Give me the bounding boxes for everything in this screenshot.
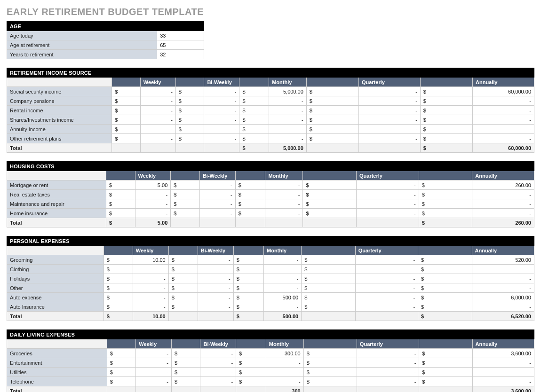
cell-value[interactable]: - — [269, 125, 307, 134]
cell-value[interactable]: 260.00 — [472, 180, 534, 190]
cell-value[interactable]: - — [136, 358, 172, 368]
cell-value[interactable]: 5.00 — [135, 180, 171, 190]
cell-value[interactable]: - — [355, 293, 418, 302]
cell-value[interactable]: - — [473, 96, 534, 106]
cell-value[interactable]: 3,600.00 — [472, 349, 534, 358]
cell-value[interactable]: - — [473, 106, 534, 115]
cell-value[interactable]: - — [358, 87, 420, 96]
cell-value[interactable]: - — [269, 134, 307, 143]
cell-value[interactable]: - — [473, 134, 534, 143]
cell-value[interactable]: - — [265, 180, 303, 190]
cell-value[interactable]: - — [472, 283, 534, 293]
cell-value[interactable]: - — [355, 302, 418, 312]
age-row-value[interactable]: 33 — [157, 31, 204, 40]
cell-value[interactable]: - — [472, 358, 534, 368]
cell-value[interactable]: - — [472, 190, 534, 199]
cell-value[interactable]: - — [133, 283, 168, 293]
cell-value[interactable]: - — [266, 368, 303, 377]
cell-value[interactable]: - — [355, 255, 418, 265]
cell-value[interactable]: - — [355, 265, 418, 274]
cell-value[interactable]: - — [358, 134, 420, 143]
cell-value[interactable]: - — [266, 377, 303, 386]
cell-value[interactable]: - — [355, 283, 418, 293]
cell-value[interactable]: - — [140, 125, 175, 134]
cell-value[interactable]: - — [198, 302, 233, 312]
cell-value[interactable]: - — [204, 125, 239, 134]
cell-value[interactable]: - — [265, 190, 303, 199]
cell-value[interactable]: 10.00 — [133, 255, 168, 265]
cell-value[interactable]: - — [264, 283, 302, 293]
cell-value[interactable]: - — [264, 265, 302, 274]
cell-value[interactable]: 5,000.00 — [269, 87, 307, 96]
cell-value[interactable]: - — [358, 106, 420, 115]
cell-value[interactable]: - — [199, 199, 235, 209]
cell-value[interactable]: - — [140, 106, 175, 115]
cell-value[interactable]: - — [136, 368, 172, 377]
cell-value[interactable]: 6,000.00 — [472, 293, 534, 302]
cell-value[interactable]: - — [472, 199, 534, 209]
cell-value[interactable]: - — [357, 180, 419, 190]
cell-value[interactable]: 520.00 — [472, 255, 534, 265]
age-row-value[interactable]: 65 — [157, 40, 204, 50]
cell-value[interactable]: - — [198, 274, 233, 283]
cell-value[interactable]: - — [472, 265, 534, 274]
cell-value[interactable]: - — [200, 377, 236, 386]
cell-value[interactable]: - — [472, 368, 534, 377]
cell-value[interactable]: - — [136, 349, 172, 358]
cell-value[interactable]: - — [204, 106, 239, 115]
cell-value[interactable]: - — [204, 96, 239, 106]
cell-value[interactable]: - — [357, 368, 419, 377]
cell-value[interactable]: - — [140, 96, 175, 106]
cell-value[interactable]: - — [136, 377, 172, 386]
cell-value[interactable]: - — [473, 125, 534, 134]
cell-value[interactable]: - — [472, 209, 534, 218]
cell-value[interactable]: - — [140, 87, 175, 96]
cell-value[interactable]: - — [198, 255, 233, 265]
cell-value[interactable]: - — [200, 358, 236, 368]
cell-value[interactable]: - — [204, 87, 239, 96]
cell-value[interactable]: - — [357, 209, 419, 218]
cell-value[interactable]: - — [204, 115, 239, 125]
cell-value[interactable]: - — [133, 265, 168, 274]
cell-value[interactable]: - — [140, 115, 175, 125]
cell-value[interactable]: - — [269, 115, 307, 125]
cell-value[interactable]: 300.00 — [266, 349, 303, 358]
cell-value[interactable]: - — [472, 377, 534, 386]
cell-value[interactable]: - — [200, 349, 236, 358]
cell-value[interactable]: - — [357, 199, 419, 209]
cell-value[interactable]: - — [473, 115, 534, 125]
cell-value[interactable]: - — [472, 274, 534, 283]
cell-value[interactable]: - — [472, 302, 534, 312]
cell-value[interactable]: - — [133, 274, 168, 283]
cell-value[interactable]: - — [358, 125, 420, 134]
cell-value[interactable]: - — [199, 209, 235, 218]
cell-value[interactable]: - — [269, 106, 307, 115]
cell-value[interactable]: - — [198, 283, 233, 293]
cell-value[interactable]: - — [264, 302, 302, 312]
cell-value[interactable]: - — [357, 190, 419, 199]
cell-value[interactable]: - — [200, 368, 236, 377]
cell-value[interactable]: - — [135, 209, 171, 218]
cell-value[interactable]: - — [133, 302, 168, 312]
cell-value[interactable]: 60,000.00 — [473, 87, 534, 96]
cell-value[interactable]: - — [357, 349, 419, 358]
cell-value[interactable]: - — [140, 134, 175, 143]
cell-value[interactable]: - — [269, 96, 307, 106]
cell-value[interactable]: - — [357, 377, 419, 386]
cell-value[interactable]: - — [204, 134, 239, 143]
cell-value[interactable]: - — [133, 293, 168, 302]
cell-value[interactable]: 500.00 — [264, 293, 302, 302]
cell-value[interactable]: - — [199, 180, 235, 190]
cell-value[interactable]: - — [264, 255, 302, 265]
cell-value[interactable]: - — [135, 190, 171, 199]
cell-value[interactable]: - — [358, 115, 420, 125]
cell-value[interactable]: - — [265, 209, 303, 218]
cell-value[interactable]: - — [198, 293, 233, 302]
cell-value[interactable]: - — [266, 358, 303, 368]
cell-value[interactable]: - — [198, 265, 233, 274]
cell-value[interactable]: - — [355, 274, 418, 283]
cell-value[interactable]: - — [264, 274, 302, 283]
cell-value[interactable]: - — [358, 96, 420, 106]
cell-value[interactable]: - — [357, 358, 419, 368]
cell-value[interactable]: - — [135, 199, 171, 209]
